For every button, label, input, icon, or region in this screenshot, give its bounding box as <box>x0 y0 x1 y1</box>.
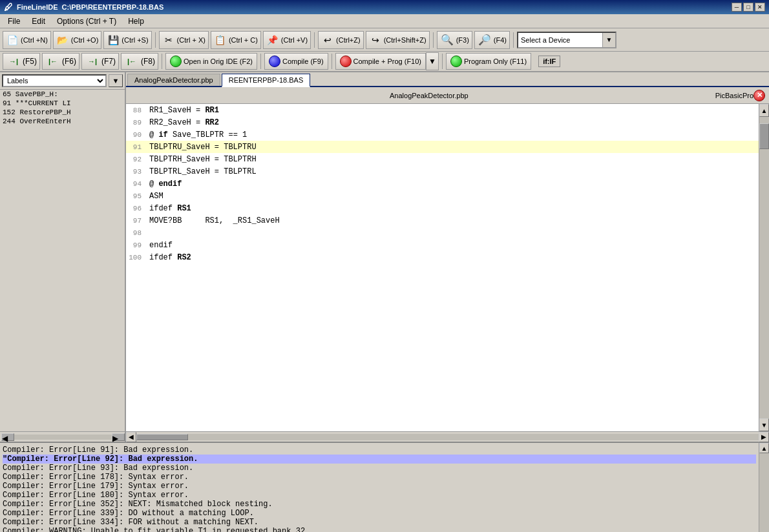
labels-dropdown[interactable]: Labels <box>2 74 107 87</box>
editor-header: AnalogPeakDetector.pbp PicBasicPro ✕ <box>126 87 769 104</box>
labels-dropdown-button[interactable]: ▼ <box>109 74 123 87</box>
labels-list: 65 SavePBP_H:91 ***CURRENT LI152 Restore… <box>0 90 125 431</box>
line-number: 91 <box>126 143 147 151</box>
output-vertical-scrollbar[interactable]: ▲ ▼ <box>759 443 769 532</box>
vscroll-track[interactable] <box>759 117 769 418</box>
title-bar: 🖊 FineLineIDE C:\PBP\REENTERPBP-18.BAS ─… <box>0 0 769 14</box>
labels-header: Labels ▼ <box>0 72 125 90</box>
open-label: (Ctrl +O) <box>71 36 98 44</box>
minimize-button[interactable]: ─ <box>732 3 742 12</box>
tab-reenterpbp[interactable]: REENTERPBP-18.BAS <box>222 74 311 87</box>
cut-button[interactable]: ✂ (Ctrl + X) <box>159 31 209 49</box>
undo-button[interactable]: ↩ (Ctrl+Z) <box>318 31 364 49</box>
compile-prog-label: Compile + Prog (F10) <box>353 57 421 65</box>
undo-icon: ↩ <box>321 34 334 46</box>
line-number: 97 <box>126 217 147 225</box>
hscroll-right-btn[interactable]: ▶ <box>759 432 769 442</box>
save-button[interactable]: 💾 (Ctrl +S) <box>103 31 151 49</box>
label-item[interactable]: 91 ***CURRENT LI <box>0 99 125 108</box>
label-item[interactable]: 65 SavePBP_H: <box>0 90 125 99</box>
code-line: 95 ASM <box>126 190 759 202</box>
line-text: RR2_SaveH = RR2 <box>147 118 219 127</box>
code-line: 100 ifdef RS2 <box>126 251 759 263</box>
device-selector[interactable]: ▼ <box>517 32 616 48</box>
indent-f5-button[interactable]: →| (F5) <box>3 53 40 70</box>
code-line: 97 MOVE?BB RS1, _RS1_SaveH <box>126 214 759 227</box>
findnext-label: (F4) <box>494 36 507 44</box>
line-text: @ if Save_TBLPTR == 1 <box>147 130 247 139</box>
hscroll-track[interactable] <box>136 434 759 440</box>
code-area: 88 RR1_SaveH = RR189 RR2_SaveH = RR290@ … <box>126 104 769 431</box>
indent-f7-label: (F7) <box>101 57 116 66</box>
line-text: RR1_SaveH = RR1 <box>147 106 219 115</box>
paste-button[interactable]: 📌 (Ctrl +V) <box>263 31 311 49</box>
open-orig-icon <box>170 56 182 67</box>
redo-button[interactable]: ↪ (Ctrl+Shift+Z) <box>366 31 430 49</box>
left-scroll-track[interactable] <box>14 435 112 440</box>
out-vscroll-track[interactable] <box>759 453 769 532</box>
hscroll-left-btn[interactable]: ◀ <box>126 432 136 442</box>
menu-options[interactable]: Options (Ctrl + T) <box>52 15 121 27</box>
output-line: Compiler: Error[Line 352]: NEXT: Mismatc… <box>3 500 756 509</box>
findnext-button[interactable]: 🔎 (F4) <box>474 31 510 49</box>
menu-edit[interactable]: Edit <box>26 15 50 27</box>
open-icon: 📂 <box>56 34 69 46</box>
program-only-button[interactable]: Program Only (F11) <box>446 53 531 70</box>
file-path: C:\PBP\REENTERPBP-18.BAS <box>62 3 164 11</box>
line-text: @ endif <box>147 179 182 189</box>
open-orig-ide-button[interactable]: Open in Orig IDE (F2) <box>165 53 257 70</box>
left-scroll-right-btn[interactable]: ▶ <box>112 433 125 441</box>
line-number: 95 <box>126 192 147 200</box>
device-dropdown-button[interactable]: ▼ <box>602 33 615 47</box>
new-button[interactable]: 📄 (Ctrl +N) <box>3 31 51 49</box>
line-text: TBLPTRL_SaveH = TBLPTRL <box>147 167 257 176</box>
code-line: 93 TBLPTRL_SaveH = TBLPTRL <box>126 165 759 178</box>
unindent-f6-button[interactable]: |← (F6) <box>42 53 79 70</box>
label-item[interactable]: 152 RestorePBP_H <box>0 108 125 117</box>
compile-prog-dropdown[interactable]: ▼ <box>426 52 439 70</box>
editor-close-button[interactable]: ✕ <box>753 90 765 101</box>
vscroll-up-btn[interactable]: ▲ <box>759 104 769 117</box>
maximize-button[interactable]: □ <box>743 3 753 12</box>
vscroll-thumb[interactable] <box>759 123 769 149</box>
menu-help[interactable]: Help <box>123 15 149 27</box>
code-vertical-scrollbar[interactable]: ▲ ▼ <box>759 104 769 431</box>
menu-file[interactable]: File <box>3 15 25 27</box>
line-number: 90 <box>126 131 147 139</box>
code-horizontal-scrollbar[interactable]: ◀ ▶ <box>126 431 769 442</box>
code-line: 92 TBLPTRH_SaveH = TBLPTRH <box>126 153 759 165</box>
copy-button[interactable]: 📋 (Ctrl + C) <box>211 31 261 49</box>
unindent-f6-label: (F6) <box>62 57 76 66</box>
open-button[interactable]: 📂 (Ctrl +O) <box>53 31 101 49</box>
device-input[interactable] <box>518 33 602 47</box>
left-horizontal-scrollbar[interactable]: ◀ ▶ <box>0 431 125 442</box>
separator4 <box>513 32 514 48</box>
separator2 <box>314 32 315 48</box>
left-scroll-left-btn[interactable]: ◀ <box>1 433 14 441</box>
vscroll-down-btn[interactable]: ▼ <box>759 418 769 431</box>
line-text: ASM <box>147 192 163 201</box>
separator7 <box>332 54 332 69</box>
line-number: 93 <box>126 168 147 176</box>
compile-prog-group: Compile + Prog (F10) ▼ <box>335 52 439 70</box>
code-editor[interactable]: 88 RR1_SaveH = RR189 RR2_SaveH = RR290@ … <box>126 104 759 431</box>
find-button[interactable]: 🔍 (F3) <box>437 31 472 49</box>
tab-analog-peak[interactable]: AnalogPeakDetector.pbp <box>127 74 220 86</box>
code-line: 94@ endif <box>126 178 759 190</box>
indent-f5-label: (F5) <box>23 57 37 66</box>
compile-prog-button[interactable]: Compile + Prog (F10) <box>335 53 426 70</box>
hscroll-thumb[interactable] <box>136 434 188 440</box>
app-name: FineLineIDE <box>17 3 58 11</box>
program-only-icon <box>450 56 462 67</box>
redo-icon: ↪ <box>369 34 382 46</box>
line-number: 99 <box>126 241 147 249</box>
code-line: 91 TBLPTRU_SaveH = TBLPTRU <box>126 141 759 153</box>
out-vscroll-up-btn[interactable]: ▲ <box>759 443 769 453</box>
label-item[interactable]: 244 OverReEnterH <box>0 117 125 126</box>
close-window-button[interactable]: ✕ <box>755 3 765 12</box>
compile-button[interactable]: Compile (F9) <box>264 53 328 70</box>
line-number: 92 <box>126 156 147 163</box>
indent-f7-button[interactable]: →| (F7) <box>81 53 119 70</box>
compile-label: Compile (F9) <box>282 57 324 65</box>
unindent-f8-button[interactable]: |← (F8) <box>121 53 158 70</box>
